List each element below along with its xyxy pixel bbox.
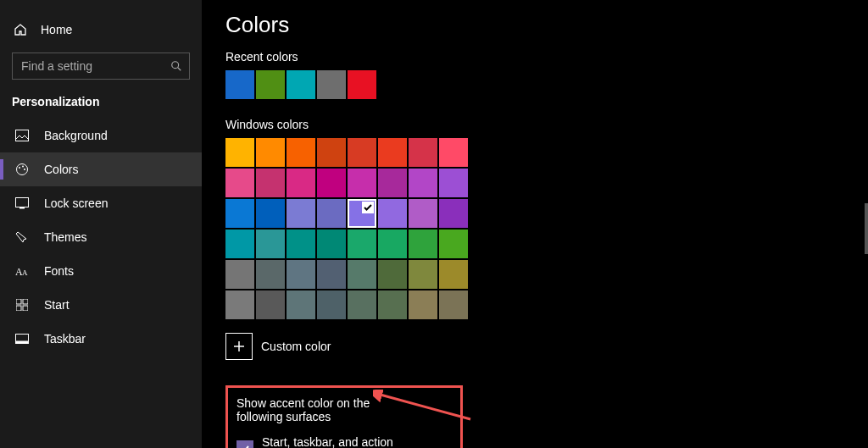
color-swatch[interactable] bbox=[287, 199, 315, 228]
color-swatch[interactable] bbox=[409, 290, 437, 319]
color-swatch[interactable] bbox=[317, 290, 346, 319]
color-swatch[interactable] bbox=[348, 290, 376, 319]
color-swatch[interactable] bbox=[378, 290, 407, 319]
color-swatch[interactable] bbox=[439, 169, 468, 197]
search-field[interactable] bbox=[21, 59, 170, 73]
sidebar-item-label: Fonts bbox=[44, 264, 74, 278]
color-swatch[interactable] bbox=[225, 230, 254, 258]
sidebar: Home Personalization Background Colors L… bbox=[0, 0, 202, 448]
svg-rect-13 bbox=[16, 306, 21, 311]
color-swatch[interactable] bbox=[256, 290, 285, 319]
color-swatch[interactable] bbox=[348, 138, 376, 167]
sidebar-item-colors[interactable]: Colors bbox=[0, 152, 202, 186]
color-swatch[interactable] bbox=[439, 138, 468, 167]
color-swatch[interactable] bbox=[409, 260, 437, 289]
color-swatch[interactable] bbox=[256, 138, 285, 167]
svg-line-20 bbox=[377, 394, 470, 419]
content: Colors Recent colors Windows colors Cust… bbox=[202, 0, 868, 448]
color-swatch[interactable] bbox=[225, 169, 254, 197]
color-swatch[interactable] bbox=[348, 260, 376, 289]
custom-color-label: Custom color bbox=[261, 340, 331, 353]
color-swatch[interactable] bbox=[287, 260, 315, 289]
recent-color-swatch[interactable] bbox=[256, 70, 285, 99]
color-swatch[interactable] bbox=[287, 230, 315, 258]
color-swatch[interactable] bbox=[256, 260, 285, 289]
color-swatch[interactable] bbox=[409, 230, 437, 258]
color-swatch[interactable] bbox=[225, 199, 254, 228]
color-swatch[interactable] bbox=[287, 138, 315, 167]
color-swatch[interactable] bbox=[287, 169, 315, 197]
color-swatch[interactable] bbox=[287, 290, 315, 319]
checkbox-label: Start, taskbar, and action center bbox=[262, 435, 409, 448]
color-swatch[interactable] bbox=[409, 138, 437, 167]
home-button[interactable]: Home bbox=[0, 15, 202, 44]
svg-text:A: A bbox=[22, 268, 28, 277]
color-swatch[interactable] bbox=[225, 260, 254, 289]
recent-color-swatch[interactable] bbox=[348, 70, 376, 99]
scrollbar[interactable] bbox=[865, 203, 868, 254]
color-swatch[interactable] bbox=[439, 230, 468, 258]
svg-rect-14 bbox=[23, 306, 28, 311]
color-swatch[interactable] bbox=[225, 290, 254, 319]
color-swatch[interactable] bbox=[409, 169, 437, 197]
picture-icon bbox=[14, 130, 31, 141]
svg-point-5 bbox=[22, 166, 24, 168]
color-swatch[interactable] bbox=[317, 138, 346, 167]
color-swatch[interactable] bbox=[317, 260, 346, 289]
windows-colors-label: Windows colors bbox=[225, 118, 868, 131]
plus-icon[interactable] bbox=[225, 333, 253, 360]
themes-icon bbox=[14, 230, 31, 244]
sidebar-item-label: Lock screen bbox=[44, 196, 108, 210]
svg-rect-11 bbox=[16, 299, 21, 304]
color-swatch[interactable] bbox=[256, 169, 285, 197]
start-icon bbox=[14, 299, 31, 311]
sidebar-item-lockscreen[interactable]: Lock screen bbox=[0, 186, 202, 220]
color-swatch[interactable] bbox=[378, 169, 407, 197]
sidebar-item-taskbar[interactable]: Taskbar bbox=[0, 322, 202, 356]
color-swatch[interactable] bbox=[317, 230, 346, 258]
color-swatch[interactable] bbox=[317, 199, 346, 228]
color-swatch[interactable] bbox=[256, 230, 285, 258]
recent-color-swatch[interactable] bbox=[317, 70, 346, 99]
color-swatch[interactable] bbox=[378, 260, 407, 289]
color-swatch[interactable] bbox=[317, 169, 346, 197]
sidebar-item-label: Background bbox=[44, 129, 108, 142]
color-swatch[interactable] bbox=[256, 199, 285, 228]
color-swatch[interactable] bbox=[378, 199, 407, 228]
sidebar-item-label: Colors bbox=[44, 163, 78, 176]
home-icon bbox=[14, 23, 27, 36]
color-swatch[interactable] bbox=[439, 199, 468, 228]
palette-icon bbox=[14, 163, 31, 176]
color-swatch[interactable] bbox=[348, 230, 376, 258]
annotation-arrow bbox=[373, 390, 475, 423]
svg-point-4 bbox=[19, 167, 20, 169]
svg-line-1 bbox=[178, 68, 181, 71]
color-swatch[interactable] bbox=[439, 260, 468, 289]
recent-color-swatch[interactable] bbox=[225, 70, 254, 99]
color-swatch[interactable] bbox=[378, 230, 407, 258]
home-label: Home bbox=[41, 23, 72, 36]
svg-point-6 bbox=[24, 169, 25, 170]
recent-color-swatch[interactable] bbox=[287, 70, 315, 99]
color-swatch[interactable] bbox=[439, 290, 468, 319]
recent-colors-label: Recent colors bbox=[225, 50, 868, 64]
windows-colors-palette bbox=[225, 138, 468, 319]
recent-colors-row bbox=[225, 70, 868, 99]
sidebar-item-label: Taskbar bbox=[44, 332, 86, 346]
sidebar-item-start[interactable]: Start bbox=[0, 288, 202, 322]
sidebar-item-background[interactable]: Background bbox=[0, 119, 202, 152]
color-swatch[interactable] bbox=[409, 199, 437, 228]
color-swatch[interactable] bbox=[348, 199, 376, 228]
sidebar-item-fonts[interactable]: AA Fonts bbox=[0, 254, 202, 288]
svg-rect-2 bbox=[16, 130, 29, 141]
custom-color-row[interactable]: Custom color bbox=[225, 333, 868, 360]
checkbox-start-taskbar[interactable]: Start, taskbar, and action center bbox=[236, 435, 409, 448]
color-swatch[interactable] bbox=[225, 138, 254, 167]
color-swatch[interactable] bbox=[378, 138, 407, 167]
search-input[interactable] bbox=[12, 53, 190, 80]
svg-point-0 bbox=[172, 62, 179, 69]
color-swatch[interactable] bbox=[348, 169, 376, 197]
lockscreen-icon bbox=[14, 197, 31, 209]
sidebar-item-themes[interactable]: Themes bbox=[0, 220, 202, 254]
fonts-icon: AA bbox=[14, 265, 31, 277]
